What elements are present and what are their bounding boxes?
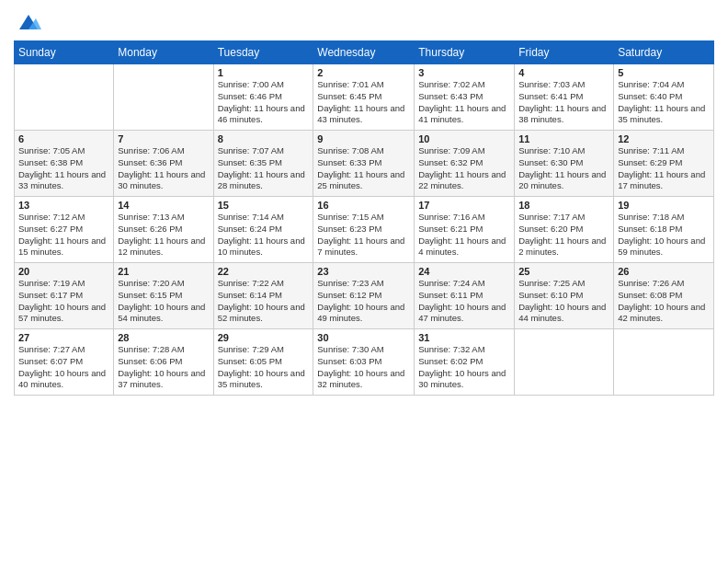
day-number: 12: [618, 133, 710, 144]
calendar-cell: 10Sunrise: 7:09 AMSunset: 6:32 PMDayligh…: [415, 131, 515, 197]
day-detail: Sunrise: 7:06 AMSunset: 6:36 PMDaylight:…: [118, 145, 209, 192]
day-number: 22: [218, 266, 310, 277]
calendar-cell: 23Sunrise: 7:23 AMSunset: 6:12 PMDayligh…: [313, 263, 415, 329]
calendar-cell: 28Sunrise: 7:28 AMSunset: 6:06 PMDayligh…: [114, 329, 213, 396]
calendar-cell: 22Sunrise: 7:22 AMSunset: 6:14 PMDayligh…: [213, 263, 313, 329]
day-number: 11: [518, 133, 609, 144]
day-number: 20: [18, 266, 109, 277]
weekday-header-tuesday: Tuesday: [213, 41, 313, 64]
day-detail: Sunrise: 7:22 AMSunset: 6:14 PMDaylight:…: [218, 278, 310, 325]
day-detail: Sunrise: 7:05 AMSunset: 6:38 PMDaylight:…: [18, 145, 109, 192]
day-number: 8: [218, 133, 310, 144]
day-detail: Sunrise: 7:24 AMSunset: 6:11 PMDaylight:…: [418, 278, 510, 325]
calendar-cell: 7Sunrise: 7:06 AMSunset: 6:36 PMDaylight…: [114, 131, 213, 197]
calendar-cell: 8Sunrise: 7:07 AMSunset: 6:35 PMDaylight…: [213, 131, 313, 197]
day-detail: Sunrise: 7:15 AMSunset: 6:23 PMDaylight:…: [317, 212, 410, 259]
day-number: 14: [118, 200, 209, 211]
weekday-header-wednesday: Wednesday: [313, 41, 415, 64]
week-row-3: 13Sunrise: 7:12 AMSunset: 6:27 PMDayligh…: [15, 197, 714, 263]
day-detail: Sunrise: 7:17 AMSunset: 6:20 PMDaylight:…: [518, 212, 609, 259]
calendar-cell: 26Sunrise: 7:26 AMSunset: 6:08 PMDayligh…: [614, 263, 714, 329]
calendar-cell: 17Sunrise: 7:16 AMSunset: 6:21 PMDayligh…: [415, 197, 515, 263]
calendar-cell: 9Sunrise: 7:08 AMSunset: 6:33 PMDaylight…: [313, 131, 415, 197]
day-detail: Sunrise: 7:12 AMSunset: 6:27 PMDaylight:…: [18, 212, 109, 259]
day-detail: Sunrise: 7:14 AMSunset: 6:24 PMDaylight:…: [218, 212, 310, 259]
calendar-body: 1Sunrise: 7:00 AMSunset: 6:46 PMDaylight…: [15, 64, 714, 396]
calendar-cell: 15Sunrise: 7:14 AMSunset: 6:24 PMDayligh…: [213, 197, 313, 263]
day-number: 9: [317, 133, 410, 144]
day-number: 17: [418, 200, 510, 211]
day-detail: Sunrise: 7:10 AMSunset: 6:30 PMDaylight:…: [518, 145, 609, 192]
day-number: 23: [317, 266, 410, 277]
page: SundayMondayTuesdayWednesdayThursdayFrid…: [0, 0, 728, 563]
day-number: 31: [418, 332, 510, 343]
calendar-cell: [114, 64, 213, 131]
day-number: 18: [518, 200, 609, 211]
calendar-cell: [614, 329, 714, 396]
calendar-cell: 27Sunrise: 7:27 AMSunset: 6:07 PMDayligh…: [15, 329, 114, 396]
day-detail: Sunrise: 7:16 AMSunset: 6:21 PMDaylight:…: [418, 212, 510, 259]
day-number: 5: [618, 67, 710, 78]
day-number: 30: [317, 332, 410, 343]
day-detail: Sunrise: 7:29 AMSunset: 6:05 PMDaylight:…: [218, 344, 310, 391]
logo: [14, 9, 41, 35]
day-number: 29: [218, 332, 310, 343]
day-number: 15: [218, 200, 310, 211]
week-row-1: 1Sunrise: 7:00 AMSunset: 6:46 PMDaylight…: [15, 64, 714, 131]
calendar-cell: 25Sunrise: 7:25 AMSunset: 6:10 PMDayligh…: [515, 263, 614, 329]
calendar-cell: 1Sunrise: 7:00 AMSunset: 6:46 PMDaylight…: [213, 64, 313, 131]
day-detail: Sunrise: 7:26 AMSunset: 6:08 PMDaylight:…: [618, 278, 710, 325]
day-detail: Sunrise: 7:25 AMSunset: 6:10 PMDaylight:…: [518, 278, 609, 325]
day-detail: Sunrise: 7:01 AMSunset: 6:45 PMDaylight:…: [317, 79, 410, 126]
day-detail: Sunrise: 7:02 AMSunset: 6:43 PMDaylight:…: [418, 79, 510, 126]
weekday-header-monday: Monday: [114, 41, 213, 64]
calendar-header: SundayMondayTuesdayWednesdayThursdayFrid…: [15, 41, 714, 64]
day-detail: Sunrise: 7:18 AMSunset: 6:18 PMDaylight:…: [618, 212, 710, 259]
header: [14, 9, 714, 35]
calendar-cell: 19Sunrise: 7:18 AMSunset: 6:18 PMDayligh…: [614, 197, 714, 263]
calendar-cell: 2Sunrise: 7:01 AMSunset: 6:45 PMDaylight…: [313, 64, 415, 131]
day-detail: Sunrise: 7:03 AMSunset: 6:41 PMDaylight:…: [518, 79, 609, 126]
day-detail: Sunrise: 7:11 AMSunset: 6:29 PMDaylight:…: [618, 145, 710, 192]
week-row-2: 6Sunrise: 7:05 AMSunset: 6:38 PMDaylight…: [15, 131, 714, 197]
calendar-cell: 6Sunrise: 7:05 AMSunset: 6:38 PMDaylight…: [15, 131, 114, 197]
calendar-cell: 30Sunrise: 7:30 AMSunset: 6:03 PMDayligh…: [313, 329, 415, 396]
day-number: 26: [618, 266, 710, 277]
day-detail: Sunrise: 7:08 AMSunset: 6:33 PMDaylight:…: [317, 145, 410, 192]
day-number: 16: [317, 200, 410, 211]
calendar-cell: [515, 329, 614, 396]
calendar-cell: 5Sunrise: 7:04 AMSunset: 6:40 PMDaylight…: [614, 64, 714, 131]
calendar-cell: 20Sunrise: 7:19 AMSunset: 6:17 PMDayligh…: [15, 263, 114, 329]
calendar-cell: 21Sunrise: 7:20 AMSunset: 6:15 PMDayligh…: [114, 263, 213, 329]
day-detail: Sunrise: 7:27 AMSunset: 6:07 PMDaylight:…: [18, 344, 109, 391]
day-number: 6: [18, 133, 109, 144]
day-number: 28: [118, 332, 209, 343]
day-detail: Sunrise: 7:30 AMSunset: 6:03 PMDaylight:…: [317, 344, 410, 391]
day-detail: Sunrise: 7:20 AMSunset: 6:15 PMDaylight:…: [118, 278, 209, 325]
calendar-cell: 11Sunrise: 7:10 AMSunset: 6:30 PMDayligh…: [515, 131, 614, 197]
day-number: 2: [317, 67, 410, 78]
day-number: 24: [418, 266, 510, 277]
weekday-header-thursday: Thursday: [415, 41, 515, 64]
week-row-5: 27Sunrise: 7:27 AMSunset: 6:07 PMDayligh…: [15, 329, 714, 396]
week-row-4: 20Sunrise: 7:19 AMSunset: 6:17 PMDayligh…: [15, 263, 714, 329]
day-number: 3: [418, 67, 510, 78]
day-number: 21: [118, 266, 209, 277]
day-number: 4: [518, 67, 609, 78]
calendar-cell: 18Sunrise: 7:17 AMSunset: 6:20 PMDayligh…: [515, 197, 614, 263]
day-number: 7: [118, 133, 209, 144]
calendar-cell: 14Sunrise: 7:13 AMSunset: 6:26 PMDayligh…: [114, 197, 213, 263]
day-number: 10: [418, 133, 510, 144]
weekday-header-sunday: Sunday: [15, 41, 114, 64]
calendar-cell: 24Sunrise: 7:24 AMSunset: 6:11 PMDayligh…: [415, 263, 515, 329]
day-number: 25: [518, 266, 609, 277]
day-detail: Sunrise: 7:32 AMSunset: 6:02 PMDaylight:…: [418, 344, 510, 391]
day-number: 13: [18, 200, 109, 211]
day-detail: Sunrise: 7:23 AMSunset: 6:12 PMDaylight:…: [317, 278, 410, 325]
weekday-row: SundayMondayTuesdayWednesdayThursdayFrid…: [15, 41, 714, 64]
calendar-cell: 3Sunrise: 7:02 AMSunset: 6:43 PMDaylight…: [415, 64, 515, 131]
calendar-cell: 13Sunrise: 7:12 AMSunset: 6:27 PMDayligh…: [15, 197, 114, 263]
calendar-cell: 16Sunrise: 7:15 AMSunset: 6:23 PMDayligh…: [313, 197, 415, 263]
calendar-cell: 4Sunrise: 7:03 AMSunset: 6:41 PMDaylight…: [515, 64, 614, 131]
weekday-header-saturday: Saturday: [614, 41, 714, 64]
